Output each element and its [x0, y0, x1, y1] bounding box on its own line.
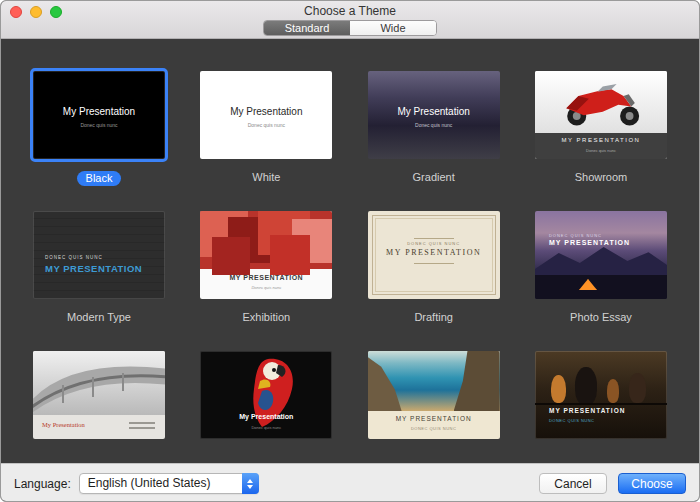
theme-thumbnail-beach[interactable]: MY PRESENTATION DONEC QUIS NUNC: [368, 351, 500, 439]
theme-label: Gradient: [368, 171, 500, 187]
thumb-subtitle: Donec quis nunc: [535, 148, 667, 153]
thumb-title: My Presentation: [33, 106, 165, 117]
shelf-line: [535, 403, 667, 405]
thumb-title: My Presentation: [200, 413, 332, 420]
vase-shape: [607, 379, 619, 403]
theme-thumbnail-drafting[interactable]: DONEC QUIS NUNC MY PRESENTATION: [368, 211, 500, 299]
cliff-shape: [454, 351, 500, 411]
ground-shape: [535, 275, 667, 299]
language-select-value: English (United States): [88, 476, 211, 490]
parrot-image: [210, 351, 322, 435]
bridge-photo: [33, 351, 165, 415]
theme-size-segmented-control: Standard Wide: [263, 20, 437, 36]
theme-cell-vases: MY PRESENTATION DONEC QUIS NUNC: [535, 351, 667, 463]
title-bar: Choose a Theme Standard Wide: [1, 1, 699, 39]
motorcycle-image: [549, 75, 653, 131]
cliff-shape: [368, 357, 402, 411]
thumb-subtitle: Donec quis nunc: [200, 285, 332, 290]
theme-label: [368, 451, 500, 463]
vase-shape: [551, 375, 566, 403]
thumb-subtitle: Donec quis nunc: [200, 425, 332, 430]
theme-thumbnail-gradient[interactable]: My Presentation Donec quis nunc: [368, 71, 500, 159]
thumb-subtitle: DONEC QUIS NUNC: [45, 255, 103, 260]
thumb-subtitle: DONEC QUIS NUNC: [549, 418, 595, 423]
red-square-shape: [270, 235, 310, 275]
theme-cell-modern-type: DONEC QUIS NUNC MY PRESENTATION Modern T…: [33, 211, 165, 327]
zoom-button[interactable]: [50, 6, 62, 18]
theme-label: White: [200, 171, 332, 187]
theme-label: Drafting: [368, 311, 500, 327]
red-square-shape: [212, 237, 250, 275]
language-select-stepper-icon: [242, 473, 259, 494]
thumb-subtitle: DONEC QUIS NUNC: [368, 426, 500, 431]
beach-photo: [368, 351, 500, 411]
theme-cell-showroom: MY PRESENTATION Donec quis nunc Showroom: [535, 71, 667, 187]
theme-thumbnail-vases[interactable]: MY PRESENTATION DONEC QUIS NUNC: [535, 351, 667, 439]
thumb-title: MY PRESENTATION: [535, 137, 667, 143]
theme-cell-architecture: My Presentation: [33, 351, 165, 463]
bridge-image: [33, 351, 165, 415]
tab-wide[interactable]: Wide: [350, 21, 436, 35]
theme-cell-drafting: DONEC QUIS NUNC MY PRESENTATION Drafting: [368, 211, 500, 327]
caption-line: [129, 422, 155, 424]
language-label: Language:: [14, 477, 71, 491]
theme-label: [535, 451, 667, 463]
choose-button[interactable]: Choose: [618, 473, 686, 494]
theme-thumbnail-photo-essay[interactable]: DONEC QUIS NUNC MY PRESENTATION: [535, 211, 667, 299]
thumb-title: MY PRESENTATION: [549, 407, 625, 414]
vase-shape: [575, 367, 597, 405]
cancel-button[interactable]: Cancel: [539, 473, 607, 494]
theme-thumbnail-exhibition[interactable]: MY PRESENTATION Donec quis nunc: [200, 211, 332, 299]
thumb-subtitle: DONEC QUIS NUNC: [549, 233, 602, 238]
thumb-title: My Presentation: [200, 106, 332, 117]
rule-line: [414, 263, 454, 264]
close-button[interactable]: [10, 6, 22, 18]
thumb-subtitle: Donec quis nunc: [33, 122, 165, 128]
exhibition-collage: [200, 211, 332, 269]
theme-label: Modern Type: [33, 311, 165, 327]
showroom-photo: [535, 71, 667, 133]
thumb-title: MY PRESENTATION: [368, 415, 500, 422]
theme-cell-photo-essay: DONEC QUIS NUNC MY PRESENTATION Photo Es…: [535, 211, 667, 327]
rule-line: [414, 238, 454, 239]
language-select[interactable]: English (United States): [79, 473, 259, 494]
theme-label: Black: [33, 171, 165, 187]
thumb-subtitle: Donec quis nunc: [200, 122, 332, 128]
theme-label: Photo Essay: [535, 311, 667, 327]
theme-thumbnail-showroom[interactable]: MY PRESENTATION Donec quis nunc: [535, 71, 667, 159]
theme-thumbnail-modern-type[interactable]: DONEC QUIS NUNC MY PRESENTATION: [33, 211, 165, 299]
thumb-title: MY PRESENTATION: [368, 248, 500, 257]
theme-label: [33, 451, 165, 463]
thumb-title: MY PRESENTATION: [549, 239, 630, 246]
caption-line: [129, 427, 155, 429]
thumb-title: MY PRESENTATION: [200, 274, 332, 281]
chevron-down-icon: [247, 485, 253, 489]
theme-thumbnail-black[interactable]: My Presentation Donec quis nunc: [33, 71, 165, 159]
theme-label: Exhibition: [200, 311, 332, 327]
choose-theme-dialog: Choose a Theme Standard Wide My Presenta…: [0, 0, 700, 502]
theme-grid: My Presentation Donec quis nunc Black My…: [1, 39, 699, 463]
tab-standard[interactable]: Standard: [264, 21, 350, 35]
theme-cell-white: My Presentation Donec quis nunc White: [200, 71, 332, 187]
selected-theme-badge: Black: [77, 171, 122, 186]
theme-cell-parrot: My Presentation Donec quis nunc: [200, 351, 332, 463]
theme-cell-gradient: My Presentation Donec quis nunc Gradient: [368, 71, 500, 187]
theme-label: Showroom: [535, 171, 667, 187]
footer-bar: Language: English (United States) Cancel…: [1, 463, 699, 502]
thumb-subtitle: Donec quis nunc: [368, 122, 500, 128]
theme-thumbnail-parrot[interactable]: My Presentation Donec quis nunc: [200, 351, 332, 439]
theme-cell-black: My Presentation Donec quis nunc Black: [33, 71, 165, 187]
theme-thumbnail-architecture[interactable]: My Presentation: [33, 351, 165, 439]
window-title: Choose a Theme: [1, 1, 699, 18]
theme-label: [200, 451, 332, 463]
theme-cell-beach: MY PRESENTATION DONEC QUIS NUNC: [368, 351, 500, 463]
thumb-subtitle: DONEC QUIS NUNC: [368, 241, 500, 246]
vase-shape: [629, 373, 646, 403]
minimize-button[interactable]: [30, 6, 42, 18]
thumb-title: My Presentation: [42, 421, 85, 428]
thumb-title: MY PRESENTATION: [45, 263, 142, 274]
theme-cell-exhibition: MY PRESENTATION Donec quis nunc Exhibiti…: [200, 211, 332, 327]
chevron-up-icon: [247, 479, 253, 483]
thumb-title: My Presentation: [368, 106, 500, 117]
theme-thumbnail-white[interactable]: My Presentation Donec quis nunc: [200, 71, 332, 159]
